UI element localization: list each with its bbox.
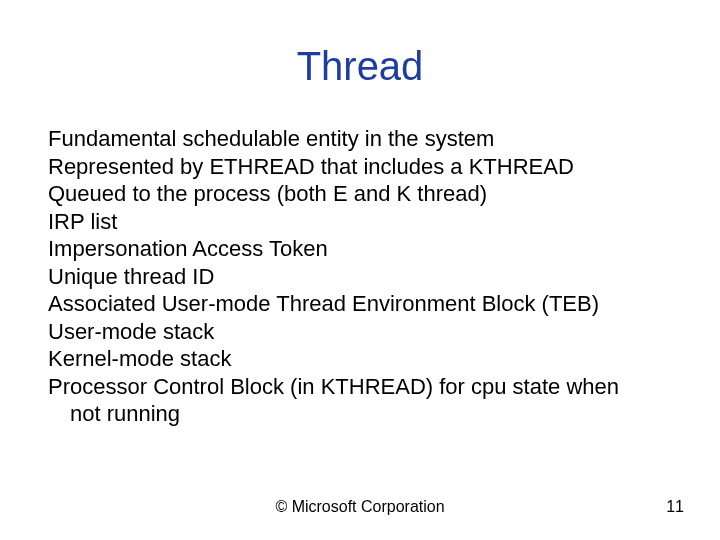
list-item: Unique thread ID <box>48 263 672 291</box>
list-item: Queued to the process (both E and K thre… <box>48 180 672 208</box>
page-number: 11 <box>666 498 684 516</box>
slide-body: Fundamental schedulable entity in the sy… <box>48 125 672 428</box>
list-item: Kernel-mode stack <box>48 345 672 373</box>
list-item: IRP list <box>48 208 672 236</box>
list-item: User-mode stack <box>48 318 672 346</box>
list-item: Associated User-mode Thread Environment … <box>48 290 672 318</box>
footer: © Microsoft Corporation <box>0 498 720 516</box>
slide-title: Thread <box>48 44 672 89</box>
footer-text: © Microsoft Corporation <box>275 498 444 516</box>
slide: Thread Fundamental schedulable entity in… <box>0 0 720 540</box>
list-item: not running <box>48 400 672 428</box>
list-item: Processor Control Block (in KTHREAD) for… <box>48 373 672 401</box>
list-item: Fundamental schedulable entity in the sy… <box>48 125 672 153</box>
list-item: Impersonation Access Token <box>48 235 672 263</box>
list-item: Represented by ETHREAD that includes a K… <box>48 153 672 181</box>
